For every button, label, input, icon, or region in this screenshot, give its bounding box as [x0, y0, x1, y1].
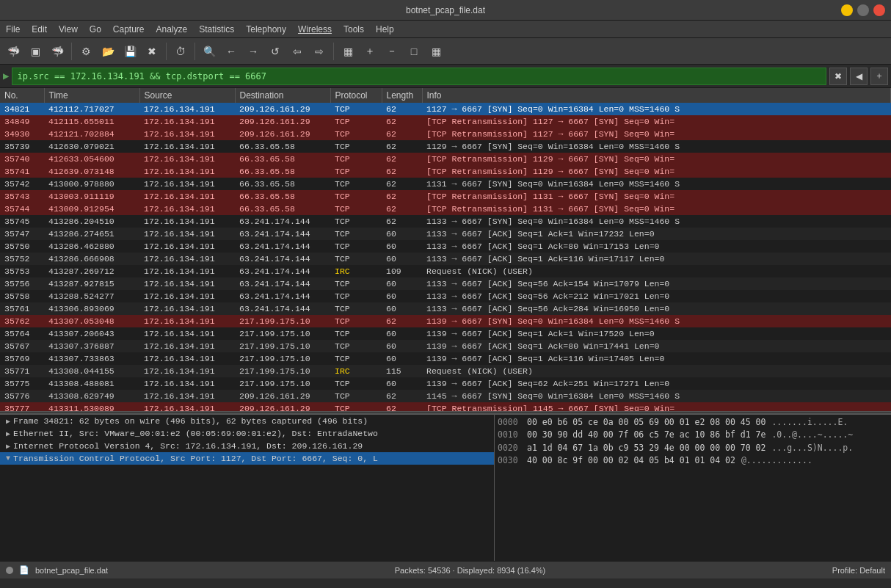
toolbar-stop-btn[interactable]: ▣ [25, 41, 46, 62]
hex-row: 0020a1 1d 04 67 1a 0b c9 53 29 4e 00 00 … [498, 442, 888, 454]
table-row[interactable]: 35756413287.927815172.16.134.19163.241.1… [0, 277, 891, 290]
packet-table-container[interactable]: No. Time Source Destination Protocol Len… [0, 88, 891, 411]
table-row[interactable]: 35762413307.053048172.16.134.191217.199.… [0, 315, 891, 327]
close-button[interactable] [873, 4, 885, 16]
toolbar-sep-4 [333, 43, 334, 60]
detail-row[interactable]: ▼ Transmission Control Protocol, Src Por… [0, 452, 494, 465]
table-row[interactable]: 35761413306.893069172.16.134.19163.241.1… [0, 302, 891, 315]
table-row[interactable]: 35752413286.666908172.16.134.19163.241.1… [0, 253, 891, 265]
menu-item-edit[interactable]: Edit [26, 21, 53, 37]
statusbar-filename: botnet_pcap_file.dat [35, 566, 108, 575]
toolbar: 🦈 ▣ 🦈 ⚙ 📂 💾 ✖ ⏱ 🔍 ← → ↺ ⇦ ⇨ ▦ ＋ － □ ▦ [0, 38, 891, 65]
filter-add-btn[interactable]: ＋ [870, 68, 888, 85]
table-row[interactable]: 35775413308.488081172.16.134.191217.199.… [0, 377, 891, 390]
toolbar-goto-btn[interactable]: ↺ [265, 41, 286, 62]
detail-row[interactable]: ▶ Ethernet II, Src: VMware_00:01:e2 (00:… [0, 427, 494, 440]
filter-arrow-btn[interactable]: ◀ [850, 68, 868, 85]
table-header-row: No. Time Source Destination Protocol Len… [0, 88, 891, 103]
col-time: Time [44, 88, 139, 103]
toolbar-zoom-out-btn[interactable]: － [382, 41, 402, 62]
col-destination: Destination [235, 88, 330, 103]
titlebar: botnet_pcap_file.dat [0, 0, 891, 21]
toolbar-expand-btn[interactable]: ▦ [426, 41, 446, 62]
toolbar-back-btn[interactable]: ← [221, 41, 241, 62]
table-row[interactable]: 35771413308.044155172.16.134.191217.199.… [0, 365, 891, 377]
toolbar-close-file-btn[interactable]: ✖ [142, 41, 162, 62]
table-row[interactable]: 35741412639.073148172.16.134.19166.33.65… [0, 165, 891, 178]
col-info: Info [422, 88, 891, 103]
statusbar: 📄 botnet_pcap_file.dat Packets: 54536 · … [0, 561, 891, 578]
capture-status-dot [6, 567, 13, 574]
toolbar-reload-btn[interactable]: ⏱ [170, 41, 191, 62]
col-length: Length [382, 88, 422, 103]
packet-table: No. Time Source Destination Protocol Len… [0, 88, 891, 411]
toolbar-zoom-in-btn[interactable]: ＋ [360, 41, 380, 62]
table-row[interactable]: 35767413307.376887172.16.134.191217.199.… [0, 340, 891, 352]
table-row[interactable]: 35769413307.733863172.16.134.191217.199.… [0, 352, 891, 365]
collapse-icon: ▼ [6, 454, 10, 462]
detail-row[interactable]: ▶ Frame 34821: 62 bytes on wire (496 bit… [0, 415, 494, 427]
toolbar-shark-btn[interactable]: 🦈 [3, 41, 23, 62]
menu-item-statistics[interactable]: Statistics [193, 21, 240, 37]
table-row[interactable]: 35739412630.079021172.16.134.19166.33.65… [0, 140, 891, 153]
table-row[interactable]: 34849412115.655011172.16.134.191209.126.… [0, 115, 891, 128]
detail-row[interactable]: ▶ Internet Protocol Version 4, Src: 172.… [0, 440, 494, 452]
table-row[interactable]: 35747413286.274651172.16.134.19163.241.1… [0, 228, 891, 240]
toolbar-restart-btn[interactable]: 🦈 [47, 41, 68, 62]
hex-row: 001000 30 90 dd 40 00 7f 06 c5 7e ac 10 … [498, 429, 888, 441]
table-row[interactable]: 35742413000.978880172.16.134.19166.33.65… [0, 178, 891, 190]
toolbar-options-btn[interactable]: ⚙ [76, 41, 96, 62]
packet-tbody: 34821412112.717027172.16.134.191209.126.… [0, 103, 891, 411]
table-row[interactable]: 35776413308.629749172.16.134.191209.126.… [0, 390, 891, 402]
hex-row: 003040 00 8c 9f 00 00 02 04 05 b4 01 01 … [498, 454, 888, 467]
statusbar-profile: Profile: Default [832, 566, 885, 575]
toolbar-zoom-reset-btn[interactable]: □ [404, 41, 424, 62]
table-row[interactable]: 35740412633.054600172.16.134.19166.33.65… [0, 153, 891, 165]
statusbar-left: 📄 botnet_pcap_file.dat [6, 565, 108, 575]
table-row[interactable]: 34821412112.717027172.16.134.191209.126.… [0, 103, 891, 115]
hex-ascii: @............. [741, 454, 812, 467]
table-row[interactable]: 35750413286.462880172.16.134.19163.241.1… [0, 240, 891, 253]
toolbar-sep-3 [194, 43, 195, 60]
toolbar-colorize-btn[interactable]: ▦ [338, 41, 358, 62]
table-row[interactable]: 35764413307.206043172.16.134.191217.199.… [0, 327, 891, 340]
menu-item-analyze[interactable]: Analyze [150, 21, 194, 37]
toolbar-forward-btn[interactable]: → [243, 41, 263, 62]
menu-item-file[interactable]: File [0, 21, 26, 37]
toolbar-save-btn[interactable]: 💾 [120, 41, 140, 62]
hex-bytes: a1 1d 04 67 1a 0b c9 53 29 4e 00 00 00 0… [527, 442, 765, 454]
table-row[interactable]: 35744413009.912954172.16.134.19166.33.65… [0, 203, 891, 215]
expand-icon: ▶ [6, 429, 10, 438]
hex-bytes: 00 30 90 dd 40 00 7f 06 c5 7e ac 10 86 b… [527, 429, 765, 441]
table-row[interactable]: 35777413311.530089172.16.134.191209.126.… [0, 402, 891, 411]
filter-input[interactable] [12, 68, 826, 85]
menu-item-tools[interactable]: Tools [338, 21, 370, 37]
maximize-button[interactable] [857, 4, 869, 16]
menu-item-go[interactable]: Go [84, 21, 107, 37]
toolbar-find-btn[interactable]: 🔍 [199, 41, 219, 62]
table-row[interactable]: 35753413287.269712172.16.134.19163.241.1… [0, 265, 891, 277]
hex-ascii: .0..@....~.....~ [771, 429, 853, 441]
hex-bytes: 00 e0 b6 05 ce 0a 00 05 69 00 01 e2 08 0… [527, 416, 765, 429]
toolbar-open-btn[interactable]: 📂 [98, 41, 118, 62]
minimize-button[interactable] [841, 4, 853, 16]
toolbar-prev-btn[interactable]: ⇦ [287, 41, 308, 62]
table-row[interactable]: 35745413286.204510172.16.134.19163.241.1… [0, 215, 891, 228]
filterbar: ▶ ✖ ◀ ＋ [0, 65, 891, 88]
table-row[interactable]: 35758413288.524277172.16.134.19163.241.1… [0, 290, 891, 302]
table-row[interactable]: 35743413003.911119172.16.134.19166.33.65… [0, 190, 891, 203]
table-row[interactable]: 34930412121.702884172.16.134.191209.126.… [0, 128, 891, 140]
window-title: botnet_pcap_file.dat [406, 5, 485, 15]
menubar: FileEditViewGoCaptureAnalyzeStatisticsTe… [0, 21, 891, 38]
packet-detail[interactable]: ▶ Frame 34821: 62 bytes on wire (496 bit… [0, 415, 495, 561]
hex-ascii: .......i.....E. [771, 416, 848, 429]
menu-item-wireless[interactable]: Wireless [292, 21, 338, 37]
filter-clear-btn[interactable]: ✖ [829, 68, 847, 85]
menu-item-telephony[interactable]: Telephony [240, 21, 292, 37]
col-no: No. [0, 88, 44, 103]
menu-item-help[interactable]: Help [370, 21, 400, 37]
filter-icon: ▶ [3, 70, 9, 82]
toolbar-next-btn[interactable]: ⇨ [309, 41, 330, 62]
menu-item-view[interactable]: View [53, 21, 84, 37]
menu-item-capture[interactable]: Capture [107, 21, 150, 37]
